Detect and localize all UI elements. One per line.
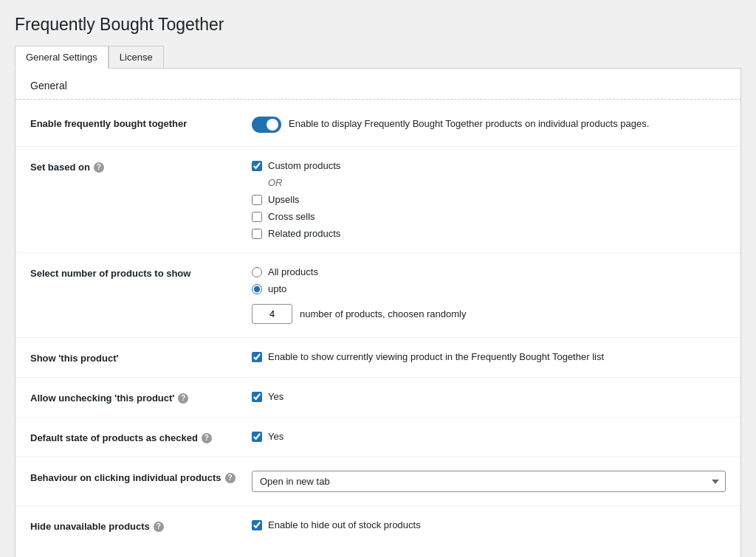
tab-general-settings[interactable]: General Settings — [15, 46, 109, 69]
toggle-description: Enable to display Frequently Bought Toge… — [289, 117, 649, 131]
toggle-row: Enable to display Frequently Bought Toge… — [252, 117, 726, 133]
checkbox-custom-products: Custom products — [252, 160, 726, 171]
content-allow-unchecking: Yes — [252, 391, 726, 402]
page-title: Frequently Bought Together — [15, 15, 741, 35]
number-label: number of products, choosen randomly — [300, 308, 466, 319]
radio-all-products: All products — [252, 266, 726, 277]
checkbox-cross-sells: Cross sells — [252, 211, 726, 222]
row-allow-unchecking: Allow unchecking 'this product' ? Yes — [16, 378, 740, 418]
or-divider: OR — [252, 177, 726, 188]
checkbox-related-products: Related products — [252, 228, 726, 239]
row-behaviour-clicking: Behaviour on clicking individual product… — [16, 457, 740, 506]
content-behaviour-clicking: Open in new tab Open in same tab — [252, 471, 726, 492]
checkbox-hide-unavailable: Enable to hide out of stock products — [252, 519, 726, 530]
settings-panel: General Enable frequently bought togethe… — [15, 68, 741, 557]
checkbox-related-products-input[interactable] — [252, 229, 262, 239]
checkbox-allow-unchecking-input[interactable] — [252, 392, 262, 402]
label-select-number: Select number of products to show — [30, 266, 237, 279]
label-default-state: Default state of products as checked ? — [30, 431, 237, 443]
label-hide-unavailable: Hide unavailable products ? — [30, 519, 237, 532]
label-behaviour-clicking: Behaviour on clicking individual product… — [30, 471, 237, 483]
label-allow-unchecking: Allow unchecking 'this product' ? — [30, 391, 237, 404]
content-set-based-on: Custom products OR Upsells Cross sells R… — [252, 160, 726, 239]
checkbox-cross-sells-input[interactable] — [252, 212, 262, 222]
radio-all-products-input[interactable] — [252, 267, 262, 277]
number-row: number of products, choosen randomly — [252, 304, 726, 324]
row-enable-fbt: Enable frequently bought together Enable… — [16, 103, 740, 147]
enable-fbt-toggle[interactable] — [252, 117, 281, 133]
help-icon-behaviour-clicking[interactable]: ? — [225, 473, 236, 483]
content-enable-fbt: Enable to display Frequently Bought Toge… — [252, 117, 726, 133]
row-show-this-product: Show 'this product' Enable to show curre… — [16, 338, 740, 378]
label-set-based-on: Set based on ? — [30, 160, 237, 173]
section-header: General — [16, 69, 740, 100]
tabs-bar: General Settings License — [15, 46, 741, 69]
checkbox-custom-products-input[interactable] — [252, 161, 262, 171]
tab-license[interactable]: License — [109, 46, 164, 69]
help-icon-allow-unchecking[interactable]: ? — [178, 393, 188, 404]
label-enable-fbt: Enable frequently bought together — [30, 117, 237, 129]
content-select-number: All products upto number of products, ch… — [252, 266, 726, 324]
content-show-this-product: Enable to show currently viewing product… — [252, 351, 726, 362]
checkbox-show-product-input[interactable] — [252, 352, 262, 362]
content-hide-unavailable: Enable to hide out of stock products — [252, 519, 726, 530]
help-icon-set-based-on[interactable]: ? — [94, 162, 104, 173]
radio-upto: upto — [252, 283, 726, 294]
checkbox-upsells: Upsells — [252, 194, 726, 205]
row-select-number: Select number of products to show All pr… — [16, 253, 740, 338]
checkbox-upsells-input[interactable] — [252, 195, 262, 205]
checkbox-allow-unchecking: Yes — [252, 391, 726, 402]
checkbox-default-state: Yes — [252, 431, 726, 442]
radio-upto-input[interactable] — [252, 284, 262, 294]
row-set-based-on: Set based on ? Custom products OR Upsell… — [16, 147, 740, 253]
checkbox-show-product: Enable to show currently viewing product… — [252, 351, 726, 362]
content-default-state: Yes — [252, 431, 726, 442]
checkbox-default-state-input[interactable] — [252, 432, 262, 442]
row-default-state: Default state of products as checked ? Y… — [16, 418, 740, 457]
help-icon-hide-unavailable[interactable]: ? — [154, 522, 164, 532]
number-products-input[interactable] — [252, 304, 292, 324]
label-show-this-product: Show 'this product' — [30, 351, 237, 364]
checkbox-hide-unavailable-input[interactable] — [252, 520, 262, 530]
behaviour-dropdown[interactable]: Open in new tab Open in same tab — [252, 471, 726, 492]
row-hide-unavailable: Hide unavailable products ? Enable to hi… — [16, 506, 740, 545]
help-icon-default-state[interactable]: ? — [202, 433, 212, 443]
